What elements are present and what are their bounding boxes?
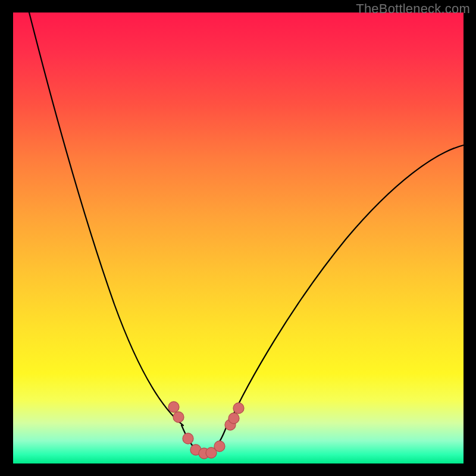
marker-dot	[183, 433, 193, 444]
marker-dot	[228, 413, 239, 424]
marker-dot	[173, 412, 184, 422]
marker-dot	[214, 441, 225, 452]
watermark-text: TheBottleneck.com	[356, 1, 470, 17]
right-branch-curve	[228, 145, 464, 426]
left-branch-curve	[29, 12, 183, 425]
marker-group	[168, 402, 244, 459]
marker-dot	[168, 402, 179, 412]
curve-layer	[13, 12, 464, 464]
chart-frame: TheBottleneck.com	[0, 0, 476, 476]
marker-dot	[233, 403, 244, 414]
